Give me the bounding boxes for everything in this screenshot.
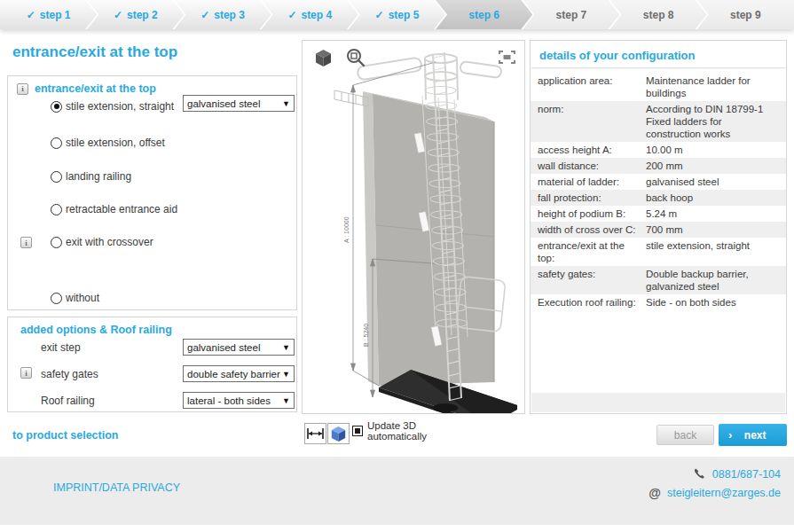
step-label: step 4 (301, 9, 332, 21)
chevron-down-icon: ▼ (282, 343, 290, 352)
check-icon: ✓ (375, 9, 384, 21)
radio-icon[interactable] (51, 293, 62, 304)
step-tab-6-active[interactable]: step 6 (436, 0, 532, 29)
rotate-3d-cube-icon[interactable] (314, 49, 333, 67)
radio-icon[interactable] (51, 137, 62, 149)
zarges-ladder-configurator: ✓step 1 ✓step 2 ✓step 3 ✓step 4 ✓step 5 … (0, 0, 794, 532)
detail-row: height of podium B:5.24 m (531, 206, 786, 222)
roof-railing-label: Roof railing (41, 395, 95, 407)
update-3d-checkbox[interactable] (352, 426, 363, 436)
step-tab-8[interactable]: step 8 (610, 0, 707, 29)
detail-row: entrance/exit at the top:stile extension… (531, 238, 786, 266)
step-tab-9[interactable]: step 9 (697, 0, 794, 29)
chevron-down-icon: ▼ (282, 396, 290, 405)
step-label: step 3 (214, 9, 245, 21)
check-icon: ✓ (27, 9, 35, 21)
detail-row: norm:According to DIN 18799-1 Fixed ladd… (531, 101, 786, 142)
step-label: step 2 (127, 9, 158, 21)
radio-icon[interactable] (51, 204, 62, 215)
zoom-icon[interactable] (345, 47, 366, 68)
panel-title: added options & Roof railing (20, 324, 172, 336)
roof-railing-dropdown[interactable]: lateral - both sides ▼ (183, 392, 295, 409)
step-tab-2[interactable]: ✓step 2 (87, 0, 184, 29)
check-icon: ✓ (200, 9, 209, 21)
step-label: step 8 (643, 9, 674, 21)
option-retractable-entrance-aid[interactable]: retractable entrance aid (51, 203, 177, 215)
back-button[interactable]: back (656, 425, 714, 445)
check-icon: ✓ (114, 9, 122, 21)
measure-tool-button[interactable] (304, 423, 326, 444)
dimension-b-label: B : 5240 (363, 324, 369, 347)
viewer-3d[interactable]: A : 10000 B : 5240 (302, 40, 525, 414)
panel-header: i entrance/exit at the top (17, 82, 156, 95)
panel-title: entrance/exit at the top (35, 82, 156, 95)
chevron-down-icon: ▼ (282, 99, 290, 108)
ladder-3d-render: A : 10000 B : 5240 (303, 41, 524, 413)
step-tab-1[interactable]: ✓step 1 (0, 0, 97, 29)
chevron-down-icon: ▼ (282, 370, 290, 379)
divider (531, 67, 785, 69)
fullscreen-icon[interactable] (499, 51, 515, 64)
details-title: details of your configuration (531, 41, 786, 67)
step-wizard: ✓step 1 ✓step 2 ✓step 3 ✓step 4 ✓step 5 … (0, 0, 794, 29)
email-link[interactable]: steigleitern@zarges.de (667, 487, 781, 499)
radio-icon[interactable] (51, 237, 62, 248)
option-landing-railing[interactable]: landing railing (51, 170, 131, 183)
detail-row: material of ladder:galvanised steel (531, 174, 786, 190)
detail-row: width of cross over C:700 mm (531, 222, 786, 238)
step-label: step 1 (40, 9, 71, 21)
info-icon[interactable]: i (17, 83, 28, 95)
radio-selected-icon[interactable] (51, 101, 62, 113)
imprint-link[interactable]: IMPRINT/DATA PRIVACY (53, 481, 180, 494)
dimension-a-label: A : 10000 (343, 216, 350, 243)
phone-icon (693, 467, 706, 481)
panel-header: added options & Roof railing (20, 324, 172, 336)
safety-gates-dropdown[interactable]: double safety barrier, ▼ (183, 365, 295, 382)
step-label: step 7 (556, 9, 587, 21)
blue-cube-icon (330, 426, 347, 442)
at-icon: @ (649, 486, 661, 500)
view-3d-button[interactable] (327, 423, 350, 444)
entrance-options-panel: i entrance/exit at the top stile extensi… (7, 75, 297, 310)
info-icon[interactable]: i (20, 367, 32, 379)
step-label: step 9 (730, 9, 761, 21)
panel-footer-strip (531, 393, 785, 412)
update-3d-label: Update 3D automatically (367, 420, 447, 442)
added-options-panel: added options & Roof railing exit step g… (7, 317, 297, 412)
safety-gates-label: safety gates (41, 368, 98, 380)
step-tab-5[interactable]: ✓step 5 (349, 0, 445, 29)
detail-row: application area:Maintenance ladder for … (531, 73, 786, 101)
detail-row: safety gates:Double backup barrier, galv… (531, 266, 786, 294)
details-panel: details of your configuration applicatio… (530, 40, 787, 414)
detail-row: wall distance:200 mm (531, 158, 786, 174)
step-tab-7[interactable]: step 7 (523, 0, 619, 29)
option-stile-extension-straight[interactable]: stile extension, straight (51, 100, 174, 113)
page-title: entrance/exit at the top (12, 43, 177, 61)
exit-step-dropdown[interactable]: galvanised steel ▼ (183, 339, 295, 356)
check-icon: ✓ (287, 9, 296, 21)
option-stile-extension-offset[interactable]: stile extension, offset (51, 137, 165, 149)
radio-icon[interactable] (51, 171, 62, 183)
detail-row: fall protection:back hoop (531, 190, 786, 206)
step-label: step 5 (389, 9, 420, 21)
measure-icon (307, 428, 324, 439)
info-icon[interactable]: i (20, 237, 32, 248)
contact-block: 0881/687-104 @ steigleitern@zarges.de (649, 467, 781, 505)
material-dropdown[interactable]: galvanised steel ▼ (183, 95, 295, 112)
detail-row: access height A:10.00 m (531, 142, 786, 158)
step-label: step 6 (468, 9, 499, 21)
step-tab-4[interactable]: ✓step 4 (262, 0, 358, 29)
footer: IMPRINT/DATA PRIVACY 0881/687-104 @ stei… (0, 457, 794, 525)
detail-row: Execution roof railing:Side - on both si… (531, 294, 786, 310)
exit-step-label: exit step (41, 341, 81, 354)
option-without[interactable]: without (51, 292, 99, 304)
step-tab-3[interactable]: ✓step 3 (174, 0, 271, 29)
to-product-selection-link[interactable]: to product selection (12, 429, 118, 442)
next-button[interactable]: › next (719, 424, 787, 446)
option-exit-with-crossover[interactable]: exit with crossover (51, 236, 153, 248)
phone-link[interactable]: 0881/687-104 (712, 468, 781, 481)
